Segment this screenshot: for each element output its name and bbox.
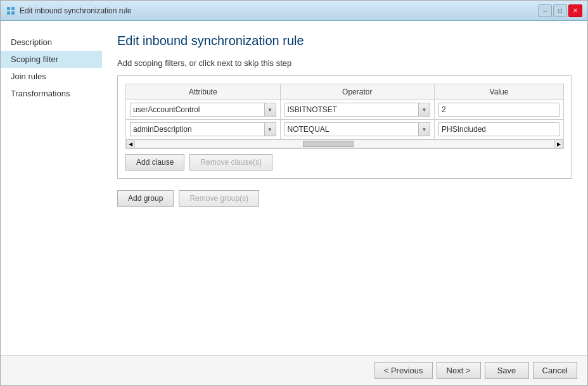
attribute-cell-2: ▼ [126,120,281,139]
title-bar-text: Edit inbound synchronization rule [20,6,132,15]
scrollbar-row: ◀ ▶ [126,139,564,149]
svg-rect-2 [7,11,10,15]
col-header-value: Value [435,84,564,100]
value-cell-1 [435,100,564,120]
sidebar-item-scoping-filter[interactable]: Scoping filter [1,51,102,68]
attribute-cell-1: ▼ [126,100,281,120]
col-header-attribute: Attribute [126,84,281,100]
scroll-track[interactable] [135,139,554,148]
next-button[interactable]: Next > [437,362,481,379]
filter-group-box: Attribute Operator Value [117,75,572,179]
content-area: Description Scoping filter Join rules Tr… [1,21,587,355]
title-bar: Edit inbound synchronization rule – □ ✕ [1,1,587,21]
sidebar-item-description[interactable]: Description [1,34,102,51]
sidebar-item-join-rules[interactable]: Join rules [1,68,102,85]
save-button[interactable]: Save [485,362,529,379]
operator-cell-1: ▼ [280,100,435,120]
close-button[interactable]: ✕ [568,4,582,17]
horizontal-scrollbar[interactable]: ◀ ▶ [126,139,563,148]
scroll-thumb[interactable] [303,141,354,147]
svg-rect-3 [11,11,15,15]
app-icon [6,6,16,16]
clause-buttons: Add clause Remove clause(s) [125,154,564,170]
attribute-dropdown-btn-2[interactable]: ▼ [265,122,276,136]
maximize-button[interactable]: □ [553,4,567,17]
table-row: ▼ ▼ [126,120,564,139]
page-title: Edit inbound synchronization rule [117,34,572,48]
operator-dropdown-btn-1[interactable]: ▼ [419,103,430,117]
svg-rect-0 [7,7,10,10]
sidebar-item-transformations[interactable]: Transformations [1,85,102,102]
value-cell-2 [435,120,564,139]
scroll-right-arrow[interactable]: ▶ [554,139,563,148]
attribute-input-2[interactable] [130,122,265,136]
title-bar-controls: – □ ✕ [538,4,582,17]
attribute-dropdown-btn-1[interactable]: ▼ [265,103,276,117]
col-header-operator: Operator [280,84,435,100]
remove-clause-button[interactable]: Remove clause(s) [189,154,272,170]
attribute-input-1[interactable] [130,103,265,117]
cancel-button[interactable]: Cancel [533,362,577,379]
title-bar-left: Edit inbound synchronization rule [6,6,132,16]
main-window: Edit inbound synchronization rule – □ ✕ … [0,0,588,386]
value-input-1[interactable] [438,103,559,117]
operator-input-2[interactable] [284,122,419,136]
remove-group-button[interactable]: Remove group(s) [179,190,259,207]
page-subtitle: Add scoping filters, or click next to sk… [117,58,572,68]
add-group-button[interactable]: Add group [117,190,174,207]
main-panel: Edit inbound synchronization rule Add sc… [102,21,587,355]
filter-table: Attribute Operator Value [125,84,564,149]
operator-dropdown-btn-2[interactable]: ▼ [419,122,430,136]
minimize-button[interactable]: – [538,4,552,17]
previous-button[interactable]: < Previous [374,362,433,379]
operator-cell-2: ▼ [280,120,435,139]
operator-input-1[interactable] [284,103,419,117]
value-input-2[interactable] [438,122,559,136]
sidebar: Description Scoping filter Join rules Tr… [1,21,102,355]
add-clause-button[interactable]: Add clause [125,154,184,170]
scroll-left-arrow[interactable]: ◀ [126,139,135,148]
group-buttons: Add group Remove group(s) [117,190,572,207]
table-row: ▼ ▼ [126,100,564,120]
svg-rect-1 [11,7,15,10]
footer: < Previous Next > Save Cancel [1,355,587,385]
